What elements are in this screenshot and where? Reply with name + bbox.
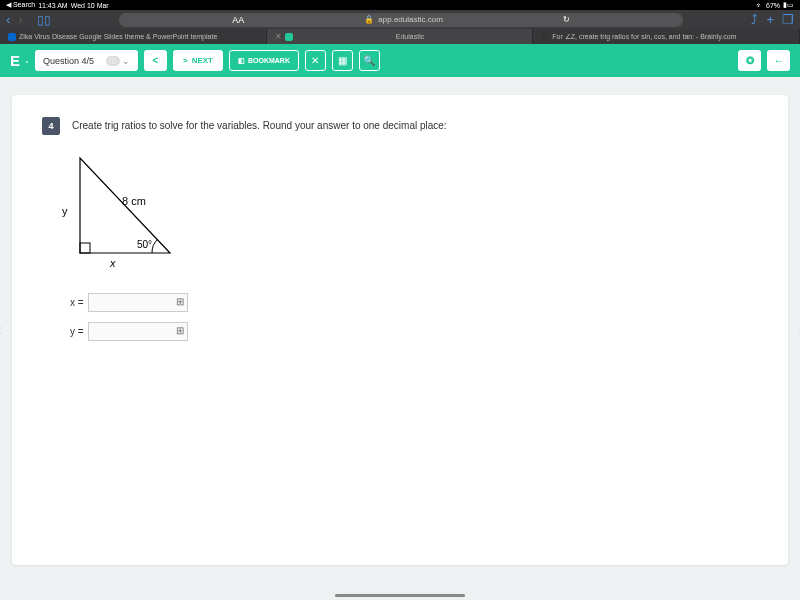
tab-zika[interactable]: Zika Virus Disease Google Slides theme &… bbox=[0, 29, 267, 44]
favicon-icon bbox=[285, 33, 293, 41]
url-text: app.edulastic.com bbox=[378, 15, 442, 24]
tabs-overview-icon[interactable]: ❐ bbox=[782, 12, 794, 27]
svg-rect-1 bbox=[80, 243, 90, 253]
question-counter: Question 4/5 bbox=[43, 56, 94, 66]
question-text: Create trig ratios to solve for the vari… bbox=[72, 117, 447, 131]
browser-back-button[interactable]: ‹ bbox=[6, 12, 10, 27]
label-hypotenuse: 8 cm bbox=[122, 195, 146, 207]
calculator-button[interactable]: ▦ bbox=[332, 50, 353, 71]
share-icon[interactable]: ⤴ bbox=[751, 12, 758, 27]
bookmark-button[interactable]: ◧ BOOKMARK bbox=[229, 50, 299, 71]
tab-brainly[interactable]: For ∠Z, create trig ratios for sin, cos,… bbox=[533, 29, 800, 44]
y-input[interactable] bbox=[88, 322, 188, 341]
question-card: 4 Create trig ratios to solve for the va… bbox=[12, 95, 788, 565]
prev-question-button[interactable]: < bbox=[144, 50, 167, 71]
question-selector[interactable]: Question 4/5 ⓘ ⌄ bbox=[35, 50, 138, 71]
browser-tabs: Zika Virus Disease Google Slides theme &… bbox=[0, 29, 800, 44]
logo-dot: · bbox=[25, 53, 29, 69]
app-content: E · Question 4/5 ⓘ ⌄ < > NEXT ◧ BOOKMARK… bbox=[0, 44, 800, 600]
app-header: E · Question 4/5 ⓘ ⌄ < > NEXT ◧ BOOKMARK… bbox=[0, 44, 800, 77]
app-logo[interactable]: E bbox=[10, 52, 20, 69]
battery-icon: ▮▭ bbox=[783, 1, 794, 9]
triangle-figure: 8 cm 50° y x bbox=[70, 153, 180, 273]
tab-label: For ∠Z, create trig ratios for sin, cos,… bbox=[552, 33, 736, 41]
tab-edulastic[interactable]: ✕ Edulastic bbox=[267, 29, 534, 44]
favicon-icon bbox=[8, 33, 16, 41]
next-label: NEXT bbox=[192, 56, 213, 65]
label-x: x bbox=[110, 257, 116, 269]
status-date: Wed 10 Mar bbox=[71, 2, 109, 9]
x-label: x = bbox=[70, 297, 84, 308]
back-to-app[interactable]: ◀ Search bbox=[6, 1, 35, 9]
bookmarks-icon[interactable]: ▯▯ bbox=[37, 13, 51, 27]
label-y: y bbox=[62, 205, 68, 217]
y-label: y = bbox=[70, 326, 84, 337]
exit-button[interactable]: ← bbox=[767, 50, 790, 71]
wifi-icon: ᯤ bbox=[756, 2, 763, 9]
info-icon: ⓘ bbox=[106, 56, 120, 66]
home-indicator[interactable] bbox=[335, 594, 465, 597]
address-bar[interactable]: AA 🔒 app.edulastic.com ↻ bbox=[119, 13, 684, 27]
close-tab-icon[interactable]: ✕ bbox=[275, 32, 282, 41]
safari-toolbar: ‹ › ▯▯ AA 🔒 app.edulastic.com ↻ ⤴ + ❐ bbox=[0, 10, 800, 29]
refresh-icon[interactable]: ↻ bbox=[563, 15, 570, 24]
next-arrow-icon: > bbox=[183, 56, 188, 65]
zoom-button[interactable]: 🔍 bbox=[359, 50, 380, 71]
bookmark-icon: ◧ bbox=[238, 57, 245, 65]
accessibility-button[interactable]: ✪ bbox=[738, 50, 761, 71]
label-angle: 50° bbox=[137, 239, 152, 250]
prev-page-chevron[interactable]: ‹ bbox=[0, 321, 1, 339]
bookmark-label: BOOKMARK bbox=[248, 57, 290, 64]
chevron-down-icon: ⌄ bbox=[122, 56, 130, 66]
text-size-button[interactable]: AA bbox=[232, 15, 244, 25]
favicon-icon bbox=[541, 33, 549, 41]
new-tab-icon[interactable]: + bbox=[766, 12, 774, 27]
battery-percent: 67% bbox=[766, 2, 780, 9]
next-question-button[interactable]: > NEXT bbox=[173, 50, 223, 71]
lock-icon: 🔒 bbox=[364, 15, 374, 24]
x-input[interactable] bbox=[88, 293, 188, 312]
tab-label: Edulastic bbox=[396, 33, 424, 40]
tab-label: Zika Virus Disease Google Slides theme &… bbox=[19, 33, 217, 40]
status-time: 11:43 AM bbox=[38, 2, 68, 9]
content-area: ‹ › 4 Create trig ratios to solve for th… bbox=[0, 77, 800, 583]
clear-button[interactable]: ✕ bbox=[305, 50, 326, 71]
ios-status-bar: ◀ Search 11:43 AM Wed 10 Mar ᯤ 67% ▮▭ bbox=[0, 0, 800, 10]
answer-inputs: x = y = bbox=[70, 293, 758, 341]
question-number-badge: 4 bbox=[42, 117, 60, 135]
browser-forward-button[interactable]: › bbox=[18, 12, 22, 27]
